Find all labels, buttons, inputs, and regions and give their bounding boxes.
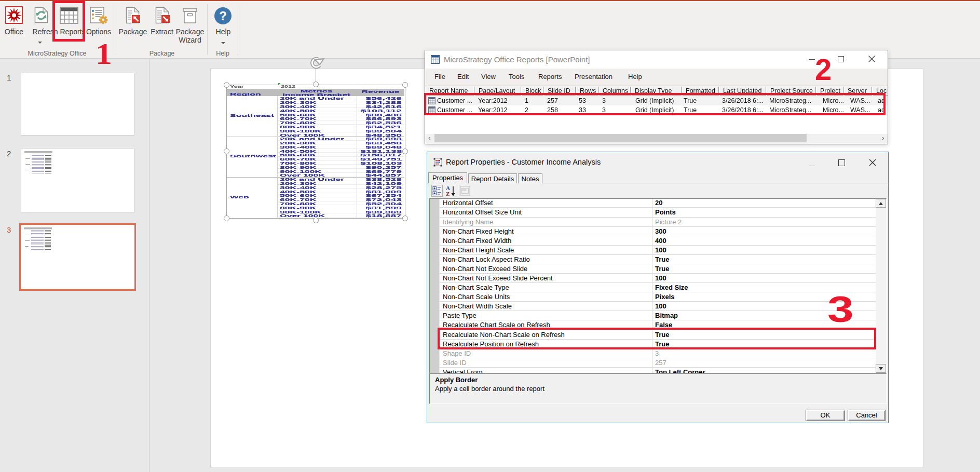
svg-text:?: ?	[219, 9, 227, 23]
svg-text:Z: Z	[446, 191, 450, 197]
